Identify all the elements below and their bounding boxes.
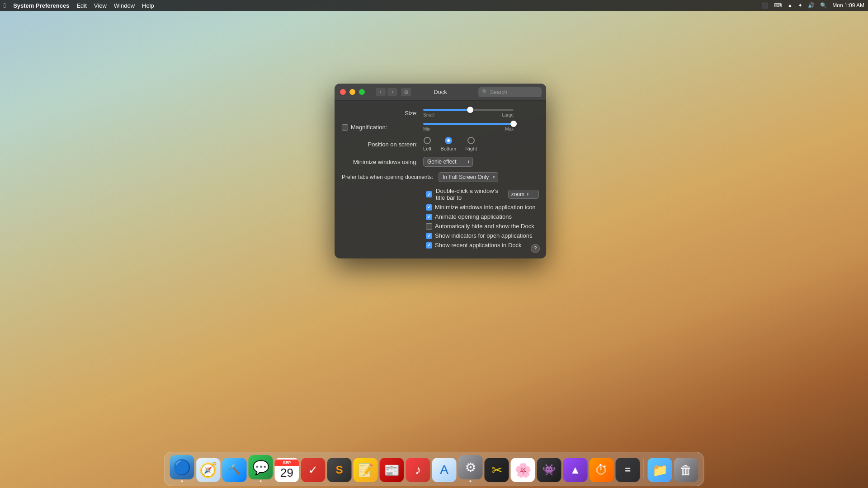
window-nav: ‹ › ⊞: [376, 88, 411, 96]
magnification-label: Magnification:: [342, 124, 423, 131]
doubleclick-dropdown[interactable]: zoom ⬍: [508, 190, 539, 199]
magnification-slider-thumb[interactable]: [510, 121, 517, 127]
dock-item-sysprefs[interactable]: ⚙: [458, 455, 483, 482]
dock-item-affinity[interactable]: ▲: [563, 458, 588, 482]
dock-item-photos[interactable]: 🌸: [511, 458, 535, 482]
menubar-left:  System Preferences Edit View Window He…: [4, 2, 154, 9]
bluetooth-icon[interactable]: ✦: [798, 2, 802, 9]
position-right-option[interactable]: Right: [465, 137, 477, 151]
search-field[interactable]: 🔍: [478, 87, 542, 97]
dock-item-music[interactable]: ♪: [406, 458, 430, 482]
doubleclick-checkbox[interactable]: [426, 191, 432, 197]
close-button[interactable]: [340, 89, 346, 95]
calculator-icon[interactable]: =: [616, 458, 640, 482]
autohide-checkbox[interactable]: [426, 223, 432, 230]
indicators-label: Show indicators for open applications: [435, 232, 532, 239]
safari-icon[interactable]: 🧭: [196, 458, 221, 482]
finalcut-icon[interactable]: ✂: [485, 458, 509, 482]
photos-icon[interactable]: 🌸: [511, 458, 535, 482]
todoist-icon[interactable]: ✓: [301, 458, 326, 482]
minimize-button[interactable]: [349, 89, 355, 95]
window-menu[interactable]: Window: [114, 2, 135, 9]
dock-item-todoist[interactable]: ✓: [301, 458, 326, 482]
tabs-dropdown[interactable]: In Full Screen Only ⬍: [439, 172, 498, 182]
dock-separator: [644, 459, 644, 479]
indicators-checkbox[interactable]: [426, 233, 432, 239]
size-row: Size: Small Large: [342, 109, 539, 117]
finder-dot: [181, 480, 183, 482]
dock-item-finder[interactable]: 🔵: [170, 455, 194, 482]
window-title: Dock: [434, 89, 447, 95]
forward-button[interactable]: ›: [387, 88, 397, 96]
news-icon[interactable]: 📰: [380, 458, 404, 482]
appstore-icon[interactable]: A: [432, 458, 457, 482]
magnification-slider-track[interactable]: [423, 123, 514, 125]
dock-item-trash[interactable]: 🗑: [674, 458, 698, 482]
position-control: Left Bottom Right: [423, 137, 539, 151]
music-icon[interactable]: ♪: [406, 458, 430, 482]
animate-checkbox[interactable]: [426, 214, 432, 220]
search-icon: 🔍: [482, 89, 488, 95]
dock-item-instastats[interactable]: 👾: [537, 458, 561, 482]
dock-item-folder[interactable]: 📁: [648, 458, 672, 482]
help-menu[interactable]: Help: [142, 2, 154, 9]
back-button[interactable]: ‹: [376, 88, 386, 96]
checkbox-row-indicators: Show indicators for open applications: [342, 232, 539, 239]
xcode-icon[interactable]: 🔨: [222, 458, 247, 482]
dock-item-calendar[interactable]: SEP 29: [275, 458, 299, 482]
recent-checkbox[interactable]: [426, 242, 432, 249]
dock-item-xcode[interactable]: 🔨: [222, 458, 247, 482]
minimize-app-label: Minimize windows into application icon: [435, 204, 536, 211]
dock-preferences-window: ‹ › ⊞ Dock 🔍 Size:: [335, 84, 546, 258]
sublime-icon[interactable]: S: [327, 458, 352, 482]
size-slider-fill: [423, 109, 470, 111]
affinity-icon[interactable]: ▲: [563, 458, 588, 482]
folder-icon[interactable]: 📁: [648, 458, 672, 482]
dock-item-calculator[interactable]: =: [616, 458, 640, 482]
menubar-right: ⬛ ⌨ ▲ ✦ 🔊 🔍 Mon 1:09 AM: [762, 2, 864, 9]
trash-icon[interactable]: 🗑: [674, 458, 698, 482]
grid-button[interactable]: ⊞: [401, 88, 411, 96]
help-button[interactable]: ?: [531, 244, 540, 253]
autohide-label: Automatically hide and show the Dock: [435, 223, 534, 230]
messages-icon[interactable]: 💬: [249, 455, 273, 479]
time-display: Mon 1:09 AM: [832, 2, 864, 9]
apple-menu[interactable]: : [4, 2, 6, 9]
maximize-button[interactable]: [359, 89, 365, 95]
timing-icon[interactable]: ⏱: [590, 458, 614, 482]
checkbox-row-autohide: Automatically hide and show the Dock: [342, 223, 539, 230]
size-slider-thumb[interactable]: [467, 107, 473, 113]
magnification-checkbox[interactable]: [342, 124, 348, 131]
finder-icon[interactable]: 🔵: [170, 455, 194, 479]
dock-item-finalcut[interactable]: ✂: [485, 458, 509, 482]
minimize-app-checkbox[interactable]: [426, 204, 432, 211]
dock-item-timing[interactable]: ⏱: [590, 458, 614, 482]
position-bottom-radio[interactable]: [445, 137, 452, 144]
view-menu[interactable]: View: [94, 2, 107, 9]
position-left-label: Left: [423, 146, 431, 151]
position-right-radio[interactable]: [467, 137, 475, 144]
dock-item-notes[interactable]: 📝: [354, 458, 378, 482]
calendar-icon[interactable]: SEP 29: [275, 458, 299, 482]
volume-icon[interactable]: 🔊: [808, 2, 815, 9]
dock-item-sublime[interactable]: S: [327, 458, 352, 482]
tabs-dropdown-arrow: ⬍: [492, 175, 495, 179]
minimize-dropdown[interactable]: Genie effect ⬍: [423, 157, 473, 167]
dock-item-appstore[interactable]: A: [432, 458, 457, 482]
search-input[interactable]: [490, 89, 538, 95]
size-slider-track[interactable]: [423, 109, 514, 111]
sysprefs-icon[interactable]: ⚙: [458, 455, 483, 479]
position-row: Position on screen: Left Bottom: [342, 137, 539, 151]
instastats-icon[interactable]: 👾: [537, 458, 561, 482]
dock-item-safari[interactable]: 🧭: [196, 458, 221, 482]
wifi-icon[interactable]: ▲: [787, 2, 793, 9]
position-bottom-option[interactable]: Bottom: [440, 137, 456, 151]
search-menubar-icon[interactable]: 🔍: [820, 2, 827, 9]
app-name[interactable]: System Preferences: [13, 2, 69, 9]
position-left-radio[interactable]: [424, 137, 431, 144]
position-left-option[interactable]: Left: [423, 137, 431, 151]
edit-menu[interactable]: Edit: [76, 2, 86, 9]
notes-icon[interactable]: 📝: [354, 458, 378, 482]
dock-item-messages[interactable]: 💬: [249, 455, 273, 482]
dock-item-news[interactable]: 📰: [380, 458, 404, 482]
